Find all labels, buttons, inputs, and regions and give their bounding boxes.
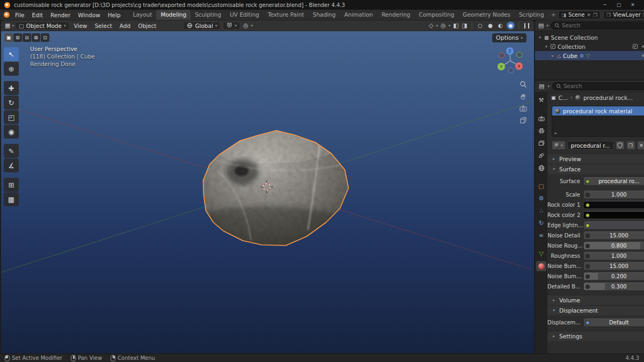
hide-eye-icon[interactable] [641, 44, 644, 49]
menu-help[interactable]: Help [104, 11, 125, 19]
proportional-editing-toggle[interactable]: ◎ [243, 22, 249, 29]
shading-solid-button[interactable]: ● [486, 21, 494, 30]
mode-selector[interactable]: ▢ Object Mode ▾ [15, 21, 70, 30]
material-slot-list[interactable]: procedural rock material ▸ [552, 106, 644, 137]
workspace-tab-texture-paint[interactable]: Texture Paint [264, 10, 309, 20]
minimize-button[interactable]: ─ [598, 2, 612, 8]
shading-material-button[interactable]: ◐ [496, 21, 504, 30]
outliner-search[interactable] [551, 21, 644, 30]
props-tab-view-layer[interactable] [536, 138, 546, 148]
expand-icon[interactable]: ▸ [551, 54, 555, 58]
outliner-row-collection[interactable]: ▾ ✓ Collection ✓ [535, 42, 644, 51]
props-tab-object[interactable]: ▢ [536, 181, 546, 191]
menu-edit[interactable]: Edit [28, 11, 47, 19]
select-mode-extend-button[interactable]: ⊞ [13, 33, 22, 42]
props-tab-modifiers[interactable]: ⚙ [536, 193, 546, 204]
transform-orientation-selector[interactable]: Global ▾ [183, 21, 221, 30]
navigation-gizmo[interactable]: Z Y X [495, 46, 525, 76]
tool-measure[interactable]: ∡ [4, 158, 19, 172]
select-mode-subtract-button[interactable]: ⊟ [23, 33, 31, 42]
expand-icon[interactable]: ▾ [538, 35, 542, 40]
workspace-tab-shading[interactable]: Shading [309, 10, 340, 20]
pause-render-icon[interactable] [524, 23, 529, 28]
scene-selector[interactable]: ◨ Scene ✕ ❐ [558, 11, 601, 19]
rock-color-2-swatch[interactable] [584, 211, 644, 219]
tool-rotate[interactable]: ↻ [4, 96, 19, 110]
scale-value-field[interactable]: 1.000 [584, 191, 644, 199]
menu-view[interactable]: View [71, 23, 91, 29]
unlink-scene-icon[interactable]: ✕ [587, 12, 591, 18]
props-tab-render[interactable] [536, 113, 546, 124]
tool-cursor[interactable]: ⊕ [4, 62, 19, 76]
pan-hand-icon[interactable] [519, 93, 527, 100]
rock-color-1-swatch[interactable] [584, 201, 644, 209]
edge-lightness-swatch[interactable] [584, 221, 644, 229]
rock-object[interactable] [175, 127, 362, 256]
select-mode-new-button[interactable]: ▣ [4, 33, 13, 42]
detailed-bump-slider[interactable]: 0.300 [584, 283, 644, 291]
displacement-button[interactable]: Default [584, 318, 644, 327]
props-tab-particles[interactable]: ∴ [536, 206, 546, 216]
properties-editor-icon[interactable]: ▤ [538, 83, 545, 90]
editor-type-icon[interactable]: ▦ [4, 22, 11, 29]
menu-add[interactable]: Add [116, 23, 134, 29]
viewlayer-selector[interactable]: ❐ ViewLayer ❐ [603, 11, 644, 19]
material-name-field[interactable]: procedural r... [567, 141, 614, 150]
breadcrumb-material[interactable]: procedural rock... [583, 95, 633, 101]
panel-surface[interactable]: ▾ Surface [547, 164, 644, 174]
menu-render[interactable]: Render [47, 11, 74, 19]
unlink-material-button[interactable]: ✕ [637, 141, 644, 150]
outliner-search-input[interactable] [562, 23, 644, 28]
new-scene-icon[interactable]: ❐ [593, 12, 597, 18]
tool-annotate[interactable]: ✎ [4, 144, 19, 158]
workspace-tab-animation[interactable]: Animation [340, 10, 377, 20]
select-mode-invert-button[interactable]: ⊠ [32, 33, 40, 42]
workspace-tab-modeling[interactable]: Modeling [156, 10, 191, 20]
outliner-row-scene-collection[interactable]: ▾ ▦ Scene Collection [535, 33, 644, 42]
camera-view-icon[interactable] [519, 105, 527, 112]
material-slot-item[interactable]: procedural rock material [552, 106, 644, 115]
tool-transform[interactable]: ◉ [4, 125, 19, 139]
panel-preview[interactable]: ▸ Preview [547, 154, 644, 164]
surface-shader-button[interactable]: procedural ro... [584, 177, 644, 185]
viewport-3d[interactable]: ▣ ⊞ ⊟ ⊠ ⊡ Options ▾ User Perspective (11… [1, 31, 534, 353]
tool-extra[interactable]: ▦ [4, 192, 19, 206]
workspace-tab-uv-editing[interactable]: UV Editing [225, 10, 264, 20]
props-tab-constraints[interactable]: ∞ [536, 230, 546, 241]
menu-file[interactable]: File [11, 11, 28, 19]
workspace-tab-geometry-nodes[interactable]: Geometry Nodes [458, 10, 515, 20]
props-tab-tool[interactable]: ⚒ [536, 95, 546, 105]
add-workspace-button[interactable]: + [548, 10, 559, 20]
viewport-3d-scene[interactable] [1, 31, 534, 353]
close-button[interactable]: ✕ [626, 2, 640, 8]
roughness-field[interactable]: 1.000 [584, 252, 644, 260]
collection-exclude-checkbox[interactable]: ✓ [633, 44, 638, 49]
browse-material-button[interactable]: ▾ [552, 141, 566, 150]
snapping-toggle[interactable]: ▾ [223, 21, 240, 30]
workspace-tab-compositing[interactable]: Compositing [415, 10, 459, 20]
outliner-editor-icon[interactable]: ▤ [538, 22, 544, 29]
collection-checkbox[interactable]: ✓ [551, 44, 555, 49]
compositor-toggle[interactable]: ◨ [462, 22, 468, 29]
zoom-icon[interactable] [519, 81, 527, 88]
breadcrumb-object[interactable]: C... [559, 95, 568, 101]
outliner-row-cube[interactable]: ▸ △ Cube ⚙ ▽ [535, 51, 644, 60]
workspace-tab-rendering[interactable]: Rendering [377, 10, 415, 20]
properties-search[interactable] [552, 82, 644, 90]
noise-detail-field[interactable]: 15.000 [584, 231, 644, 240]
noise-bump-scale-field[interactable]: 15.000 [584, 262, 644, 270]
menu-window[interactable]: Window [74, 11, 104, 19]
expand-icon[interactable]: ▾ [544, 45, 548, 49]
new-material-button[interactable]: ❐ [626, 141, 635, 150]
shading-wireframe-button[interactable]: ○ [476, 21, 484, 30]
maximize-button[interactable]: ▢ [612, 2, 626, 8]
axis-neg-z-handle[interactable] [508, 68, 514, 73]
select-mode-intersect-button[interactable]: ⊡ [41, 33, 49, 42]
menu-select[interactable]: Select [91, 23, 115, 29]
fake-user-button[interactable] [616, 141, 625, 150]
workspace-tab-layout[interactable]: Layout [129, 10, 157, 20]
props-tab-physics[interactable]: ↻ [536, 218, 546, 228]
properties-search-input[interactable] [564, 83, 644, 89]
workspace-tab-sculpting[interactable]: Sculpting [191, 10, 225, 20]
menu-object[interactable]: Object [135, 23, 159, 29]
